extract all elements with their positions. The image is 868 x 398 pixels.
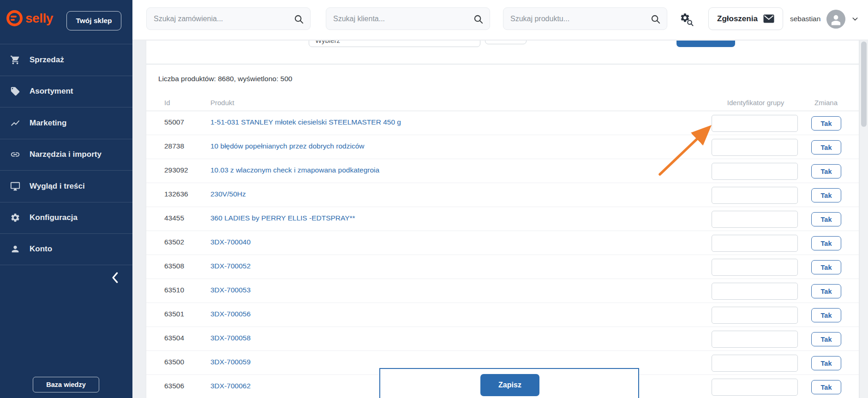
group-id-input[interactable] xyxy=(712,307,798,324)
products-summary: Liczba produktów: 8680, wyświetlono: 500 xyxy=(158,75,292,83)
selly-logo[interactable]: selly xyxy=(6,10,53,26)
product-id: 43455 xyxy=(164,214,184,222)
product-link[interactable]: 10 błędów popełnianych przez dobrych rod… xyxy=(210,142,364,150)
filter-submit-button[interactable] xyxy=(676,41,735,47)
avatar xyxy=(826,10,845,29)
table-row: 63508 3DX-700052 Tak xyxy=(146,255,859,279)
sidebar-item-label: Konfiguracja xyxy=(30,213,78,222)
change-yes-button[interactable]: Tak xyxy=(811,164,841,178)
group-id-input[interactable] xyxy=(712,283,798,300)
sidebar-item-wyglad[interactable]: Wygląd i treści xyxy=(0,170,132,202)
column-header-product: Produkt xyxy=(210,99,234,107)
selly-logo-icon xyxy=(6,10,23,26)
change-yes-button[interactable]: Tak xyxy=(811,116,841,131)
search-client-box xyxy=(326,7,490,30)
change-yes-button[interactable]: Tak xyxy=(811,212,841,226)
product-link[interactable]: 3DX-700062 xyxy=(210,382,251,390)
user-menu[interactable]: sebastian xyxy=(790,9,859,29)
reports-button[interactable]: Zgłoszenia xyxy=(708,7,783,30)
sidebar-item-label: Narzędzia i importy xyxy=(30,150,102,159)
change-yes-button[interactable]: Tak xyxy=(811,188,841,202)
category-select-value: Wybierz xyxy=(315,41,340,44)
search-icon[interactable] xyxy=(650,14,661,24)
knowledge-base-button[interactable]: Baza wiedzy xyxy=(33,377,99,392)
change-yes-button[interactable]: Tak xyxy=(811,308,841,322)
your-shop-button[interactable]: Twój sklep xyxy=(66,11,121,30)
product-link[interactable]: 360 LADIES by PERRY ELLIS -EDTSPRAY** xyxy=(210,214,355,222)
group-id-input[interactable] xyxy=(712,379,798,396)
product-id: 132636 xyxy=(164,190,188,198)
group-id-input[interactable] xyxy=(712,235,798,252)
search-icon[interactable] xyxy=(473,14,484,24)
advanced-search-gear-icon[interactable] xyxy=(680,12,695,28)
search-order-input[interactable] xyxy=(147,8,310,30)
change-yes-button[interactable]: Tak xyxy=(811,332,841,346)
group-id-input[interactable] xyxy=(712,139,798,156)
group-id-input[interactable] xyxy=(712,331,798,348)
filter-small-input[interactable] xyxy=(485,41,527,44)
monitor-icon xyxy=(10,181,20,191)
table-header: Id Produkt Identyfikator grupy Zmiana xyxy=(146,98,859,111)
change-yes-button[interactable]: Tak xyxy=(811,260,841,274)
group-id-input[interactable] xyxy=(712,115,798,132)
product-link[interactable]: 1-51-031 STANLEY młotek ciesielski STEEL… xyxy=(210,118,401,126)
table-row: 293092 10.03 z wlaczonym check i zmapowa… xyxy=(146,159,859,183)
search-order-box xyxy=(146,7,311,30)
product-id: 63508 xyxy=(164,262,184,270)
table-row: 63510 3DX-700053 Tak xyxy=(146,279,859,303)
sidebar-collapse-chevron-icon[interactable] xyxy=(108,270,123,285)
save-bar: Zapisz xyxy=(379,368,639,398)
search-product-box xyxy=(503,7,667,30)
product-link[interactable]: 10.03 z wlaczonym check i zmapowana podk… xyxy=(210,166,379,174)
search-client-input[interactable] xyxy=(326,8,490,30)
selly-logo-text: selly xyxy=(25,11,53,26)
group-id-input[interactable] xyxy=(712,355,798,372)
change-yes-button[interactable]: Tak xyxy=(811,356,841,370)
envelope-icon xyxy=(763,14,774,23)
vertical-scrollbar[interactable] xyxy=(859,40,868,398)
scrollbar-thumb[interactable] xyxy=(861,42,867,127)
save-button[interactable]: Zapisz xyxy=(480,374,539,396)
product-link[interactable]: 3DX-700056 xyxy=(210,310,251,318)
product-link[interactable]: 3DX-700059 xyxy=(210,358,251,366)
link-icon xyxy=(10,149,20,160)
sidebar-nav: Sprzedaż Asortyment Marketing Narzędzia … xyxy=(0,44,132,265)
group-id-input[interactable] xyxy=(712,187,798,204)
user-icon xyxy=(10,244,20,254)
change-yes-button[interactable]: Tak xyxy=(811,380,841,394)
table-row: 43455 360 LADIES by PERRY ELLIS -EDTSPRA… xyxy=(146,207,859,231)
gear-icon xyxy=(10,213,20,223)
sidebar-item-narzedzia[interactable]: Narzędzia i importy xyxy=(0,139,132,171)
group-id-input[interactable] xyxy=(712,163,798,180)
sidebar-item-konfiguracja[interactable]: Konfiguracja xyxy=(0,202,132,234)
product-link[interactable]: 3DX-700058 xyxy=(210,334,251,342)
change-yes-button[interactable]: Tak xyxy=(811,284,841,298)
sidebar-item-asortyment[interactable]: Asortyment xyxy=(0,76,132,107)
product-id: 63502 xyxy=(164,238,184,246)
product-link[interactable]: 3DX-700053 xyxy=(210,286,251,294)
group-id-input[interactable] xyxy=(712,259,798,276)
sidebar-item-konto[interactable]: Konto xyxy=(0,233,132,265)
product-id: 63506 xyxy=(164,382,184,390)
search-product-input[interactable] xyxy=(503,8,667,30)
product-id: 63501 xyxy=(164,310,184,318)
category-select[interactable]: Wybierz xyxy=(309,41,480,47)
change-yes-button[interactable]: Tak xyxy=(811,140,841,154)
table-body: 55007 1-51-031 STANLEY młotek ciesielski… xyxy=(146,111,859,398)
change-yes-button[interactable]: Tak xyxy=(811,236,841,250)
table-row: 55007 1-51-031 STANLEY młotek ciesielski… xyxy=(146,111,859,135)
sidebar-logo-row: selly Twój sklep xyxy=(0,0,132,44)
sidebar-item-sprzedaz[interactable]: Sprzedaż xyxy=(0,44,132,76)
sidebar-item-marketing[interactable]: Marketing xyxy=(0,107,132,139)
product-link[interactable]: 3DX-700052 xyxy=(210,262,251,270)
group-id-input[interactable] xyxy=(712,211,798,228)
product-link[interactable]: 230V/50Hz xyxy=(210,190,246,198)
tag-icon xyxy=(10,86,20,96)
username: sebastian xyxy=(790,15,820,23)
product-id: 63510 xyxy=(164,286,184,294)
top-header: Zgłoszenia sebastian xyxy=(132,0,868,40)
product-id: 55007 xyxy=(164,118,184,126)
search-icon[interactable] xyxy=(293,14,304,24)
product-link[interactable]: 3DX-700040 xyxy=(210,238,251,246)
sidebar-item-label: Wygląd i treści xyxy=(30,182,85,191)
